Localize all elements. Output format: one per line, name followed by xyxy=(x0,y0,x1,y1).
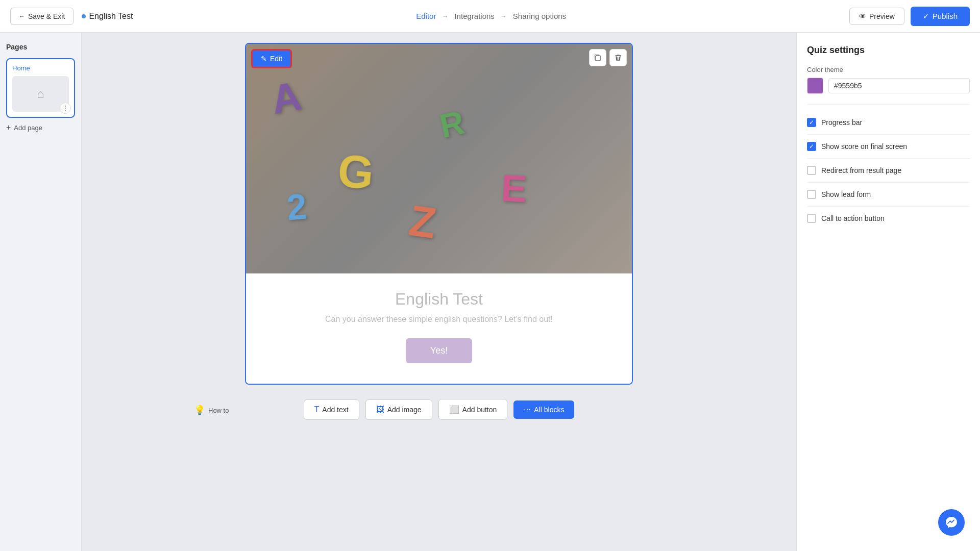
preview-label: Preview xyxy=(869,12,895,20)
edit-button[interactable]: ✎ Edit xyxy=(251,49,292,68)
main-content: Pages Home ⌂ ⋮ + Add page Feedback ✎ Edi… xyxy=(0,33,980,551)
canvas-area: ✎ Edit xyxy=(82,33,796,551)
pencil-icon: ✎ xyxy=(261,55,267,63)
letter-block-1: A xyxy=(267,72,305,124)
add-image-button[interactable]: 🖼 Add image xyxy=(365,399,432,420)
letter-block-5: R xyxy=(436,103,468,145)
preview-button[interactable]: 👁 Preview xyxy=(849,8,904,25)
navbar: ← Save & Exit English Test Editor → Inte… xyxy=(0,0,980,33)
option-label-redirect: Redirect from result page xyxy=(821,166,901,174)
checkbox-cta[interactable] xyxy=(807,214,816,223)
doc-title-text: English Test xyxy=(89,12,133,21)
settings-option-show_score[interactable]: ✓Show score on final screen xyxy=(807,135,970,159)
checkbox-lead_form[interactable] xyxy=(807,190,816,199)
settings-sidebar: Quiz settings Color theme ✓Progress bar✓… xyxy=(796,33,980,551)
add-button-button[interactable]: ⬜ Add button xyxy=(438,399,508,420)
letter-block-4: Z xyxy=(406,195,439,248)
settings-option-lead_form[interactable]: Show lead form xyxy=(807,183,970,207)
settings-title: Quiz settings xyxy=(807,45,970,56)
page-card-preview: ⌂ ⋮ xyxy=(12,76,69,112)
color-hex-input[interactable] xyxy=(828,78,970,93)
option-label-progress_bar: Progress bar xyxy=(821,118,862,127)
plus-icon: + xyxy=(6,123,11,132)
save-exit-button[interactable]: ← Save & Exit xyxy=(10,8,74,25)
settings-options-container: ✓Progress bar✓Show score on final screen… xyxy=(807,111,970,230)
option-label-cta: Call to action button xyxy=(821,214,885,222)
canvas-wrapper: ✎ Edit xyxy=(245,43,633,385)
document-title: English Test xyxy=(82,12,133,21)
navbar-right: 👁 Preview ✓ Publish xyxy=(849,7,970,26)
quiz-card: A G 2 Z R E English Test Can you answer … xyxy=(245,43,633,385)
bottom-toolbar: 💡 How to T Add text 🖼 Add image ⬜ Add bu… xyxy=(92,392,786,427)
color-swatch[interactable] xyxy=(807,78,823,94)
pages-title: Pages xyxy=(6,43,75,51)
add-text-button[interactable]: T Add text xyxy=(304,399,359,420)
quiz-title: English Test xyxy=(266,290,611,309)
color-theme-label: Color theme xyxy=(807,66,970,73)
status-dot xyxy=(82,14,86,18)
pages-sidebar: Pages Home ⌂ ⋮ + Add page xyxy=(0,33,82,551)
publish-button[interactable]: ✓ Publish xyxy=(911,7,970,26)
all-blocks-label: All blocks xyxy=(534,406,564,414)
add-button-label: Add button xyxy=(462,406,497,414)
text-icon: T xyxy=(314,405,320,414)
checkbox-progress_bar[interactable]: ✓ xyxy=(807,118,816,127)
nav-integrations[interactable]: Integrations xyxy=(454,12,494,20)
add-page-button[interactable]: + Add page xyxy=(6,123,75,132)
save-exit-label: Save & Exit xyxy=(28,12,65,20)
letter-block-3: 2 xyxy=(285,186,309,228)
add-image-label: Add image xyxy=(387,406,422,414)
letter-block-6: E xyxy=(500,166,528,211)
bulb-icon: 💡 xyxy=(194,405,205,416)
navbar-nav: Editor → Integrations → Sharing options xyxy=(416,12,566,20)
settings-divider xyxy=(807,104,970,105)
option-label-lead_form: Show lead form xyxy=(821,190,871,198)
color-theme-row xyxy=(807,78,970,94)
svg-rect-0 xyxy=(596,56,600,61)
add-page-label: Add page xyxy=(14,124,42,132)
nav-sharing[interactable]: Sharing options xyxy=(513,12,566,20)
all-blocks-button[interactable]: ⋯ All blocks xyxy=(513,400,574,419)
button-icon: ⬜ xyxy=(449,405,459,414)
checkbox-show_score[interactable]: ✓ xyxy=(807,142,816,151)
how-to-section[interactable]: 💡 How to xyxy=(194,405,229,416)
publish-label: Publish xyxy=(933,12,958,20)
duplicate-button[interactable] xyxy=(589,49,606,66)
checkbox-redirect[interactable] xyxy=(807,166,816,175)
edit-label: Edit xyxy=(270,55,282,63)
quiz-content: English Test Can you answer these simple… xyxy=(246,273,632,384)
eye-icon: 👁 xyxy=(859,12,866,20)
navbar-left: ← Save & Exit English Test xyxy=(10,8,133,25)
settings-option-cta[interactable]: Call to action button xyxy=(807,207,970,230)
delete-button[interactable] xyxy=(609,49,627,66)
how-to-label: How to xyxy=(208,407,229,414)
settings-option-redirect[interactable]: Redirect from result page xyxy=(807,159,970,183)
dots-icon: ⋯ xyxy=(524,406,531,414)
page-more-button[interactable]: ⋮ xyxy=(60,103,71,114)
nav-arrow-1: → xyxy=(442,13,448,20)
letter-shapes: A G 2 Z R E xyxy=(246,44,632,273)
nav-arrow-2: → xyxy=(501,13,507,20)
arrow-left-icon: ← xyxy=(19,13,25,20)
quiz-cta-button[interactable]: Yes! xyxy=(406,338,472,363)
canvas-actions-top xyxy=(589,49,627,66)
image-icon: 🖼 xyxy=(376,405,384,414)
settings-option-progress_bar[interactable]: ✓Progress bar xyxy=(807,111,970,135)
page-card-label: Home xyxy=(12,64,69,72)
option-label-show_score: Show score on final screen xyxy=(821,142,907,151)
page-card-home[interactable]: Home ⌂ ⋮ xyxy=(6,58,75,118)
nav-editor[interactable]: Editor xyxy=(416,12,436,20)
add-text-label: Add text xyxy=(322,406,348,414)
quiz-subtitle: Can you answer these simple english ques… xyxy=(266,315,611,324)
home-icon: ⌂ xyxy=(37,87,44,101)
quiz-image-area: A G 2 Z R E xyxy=(246,44,632,273)
messenger-bubble[interactable] xyxy=(938,509,965,536)
checkmark-icon: ✓ xyxy=(923,12,929,21)
letter-block-2: G xyxy=(336,144,376,200)
